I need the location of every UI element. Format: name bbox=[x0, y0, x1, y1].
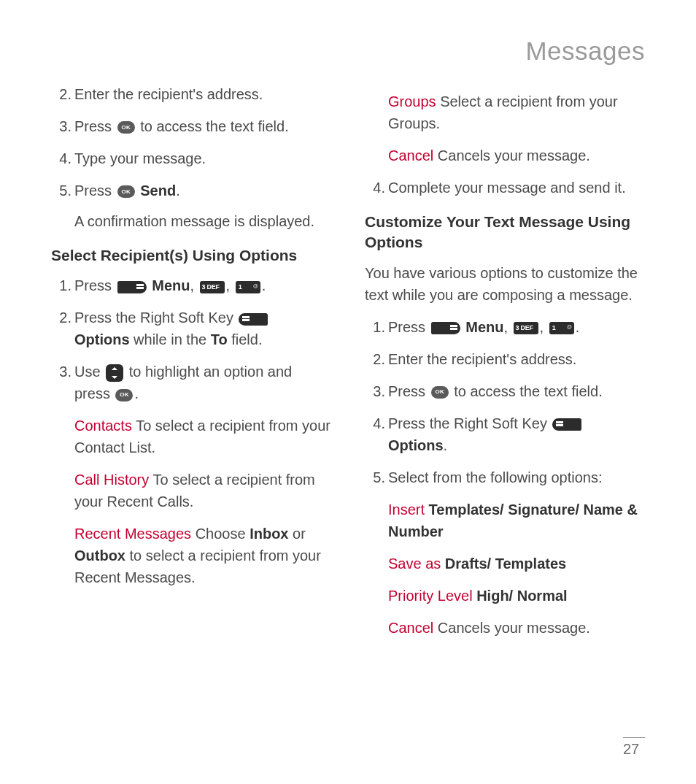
step-text: , bbox=[540, 319, 548, 335]
right-softkey-icon bbox=[552, 418, 581, 431]
intro-text: You have various options to customize th… bbox=[365, 262, 645, 306]
step-text: . bbox=[134, 385, 139, 401]
option-desc: Cancels your message. bbox=[433, 147, 590, 164]
option-item: Cancel Cancels your message. bbox=[388, 617, 645, 639]
option-name: Recent Messages bbox=[74, 526, 191, 542]
steps-select: Press Menu, , . Press the Right Soft Key… bbox=[51, 274, 331, 404]
ok-key-icon bbox=[117, 121, 135, 134]
step-text-bold: Options bbox=[388, 437, 444, 453]
option-bold: Inbox bbox=[250, 526, 288, 542]
right-softkey-icon bbox=[239, 313, 268, 326]
options-list-cont: Groups Select a recipient from your Grou… bbox=[388, 91, 645, 166]
column-right: Groups Select a recipient from your Grou… bbox=[365, 83, 645, 649]
step-text-bold: Options bbox=[74, 331, 130, 347]
step-text: while in the bbox=[130, 331, 211, 347]
step-text: Press bbox=[74, 118, 116, 134]
option-name: Cancel bbox=[388, 620, 433, 636]
manual-page: Messages Enter the recipient's address. … bbox=[0, 0, 696, 784]
step: Press to access the text field. bbox=[388, 380, 645, 402]
page-number: 27 bbox=[623, 737, 645, 758]
step-text: Press bbox=[74, 277, 116, 293]
option-item: Priority Level High/ Normal bbox=[388, 585, 645, 607]
step: Complete your message and send it. bbox=[388, 177, 645, 199]
step-text: Enter the recipient's address. bbox=[388, 351, 576, 367]
section-heading: Select Recipient(s) Using Options bbox=[51, 245, 331, 266]
ok-key-icon bbox=[115, 389, 133, 401]
step-text: Press the Right Soft Key bbox=[74, 310, 237, 326]
step-text: Use bbox=[74, 364, 104, 380]
menu-key-icon bbox=[117, 281, 147, 293]
step: Type your message. bbox=[74, 147, 331, 169]
step-text: . bbox=[444, 437, 448, 453]
step-text: Complete your message and send it. bbox=[388, 180, 626, 196]
step: Press Send. A confirmation message is di… bbox=[74, 180, 331, 232]
nav-key-icon bbox=[106, 364, 123, 382]
page-title: Messages bbox=[51, 36, 645, 66]
step-text: Press bbox=[388, 383, 430, 399]
step-text-bold: Send bbox=[136, 182, 176, 199]
option-bold: Templates/ Signature/ Name & Number bbox=[388, 501, 638, 539]
option-item: Insert Templates/ Signature/ Name & Numb… bbox=[388, 499, 645, 542]
option-name: Groups bbox=[388, 93, 436, 109]
option-bold: Outbox bbox=[74, 547, 125, 564]
options-list: Insert Templates/ Signature/ Name & Numb… bbox=[388, 499, 645, 639]
step-text: Select from the following options: bbox=[388, 469, 603, 485]
option-item: Cancel Cancels your message. bbox=[388, 145, 645, 166]
options-list: Contacts To select a recipient from your… bbox=[74, 415, 331, 588]
step: Select from the following options: bbox=[388, 466, 645, 488]
step-text: , bbox=[503, 319, 511, 335]
step: Use to highlight an option and press . bbox=[74, 361, 331, 404]
steps-continue: Complete your message and send it. bbox=[365, 177, 645, 199]
option-item: Save as Drafts/ Templates bbox=[388, 553, 645, 574]
section-heading: Customize Your Text Message Using Option… bbox=[365, 212, 645, 253]
steps-customize: Press Menu, , . Enter the recipient's ad… bbox=[365, 316, 645, 488]
steps-top: Enter the recipient's address. Press to … bbox=[51, 83, 331, 232]
option-desc: Cancels your message. bbox=[433, 620, 590, 636]
columns: Enter the recipient's address. Press to … bbox=[51, 83, 645, 649]
step-text-bold: Menu bbox=[148, 277, 190, 293]
option-desc: Choose bbox=[191, 526, 250, 542]
step-text: , bbox=[226, 277, 234, 293]
step: Enter the recipient's address. bbox=[74, 83, 331, 105]
step: Press the Right Soft Key Options. bbox=[388, 412, 645, 456]
option-item: Call History To select a recipient from … bbox=[74, 469, 331, 512]
step-text: Press bbox=[74, 182, 116, 199]
key-3def-icon bbox=[514, 322, 538, 334]
step-text: Enter the recipient's address. bbox=[74, 86, 263, 102]
step: Press to access the text field. bbox=[74, 115, 331, 137]
key-1-icon bbox=[549, 322, 574, 334]
step-text: field. bbox=[228, 331, 263, 347]
step-text-bold: Menu bbox=[462, 319, 504, 335]
option-item: Groups Select a recipient from your Grou… bbox=[388, 91, 645, 134]
option-item: Recent Messages Choose Inbox or Outbox t… bbox=[74, 523, 331, 588]
ok-key-icon bbox=[431, 386, 449, 399]
option-item: Contacts To select a recipient from your… bbox=[74, 415, 331, 458]
step-text: Press bbox=[388, 319, 430, 335]
option-bold: Drafts/ Templates bbox=[441, 556, 566, 572]
step-text-bold: To bbox=[211, 331, 228, 347]
ok-key-icon bbox=[117, 185, 135, 198]
step-text: Type your message. bbox=[74, 150, 206, 166]
step-text: Press the Right Soft Key bbox=[388, 415, 551, 431]
step-text: . bbox=[262, 277, 266, 293]
step: Press the Right Soft Key Options while i… bbox=[74, 307, 331, 350]
option-desc: or bbox=[288, 526, 305, 542]
option-name: Insert bbox=[388, 501, 425, 518]
key-3def-icon bbox=[200, 281, 225, 293]
menu-key-icon bbox=[431, 322, 460, 334]
step: Press Menu, , . bbox=[388, 316, 645, 338]
option-name: Call History bbox=[74, 472, 149, 488]
step-text: , bbox=[190, 277, 198, 293]
option-name: Priority Level bbox=[388, 588, 473, 604]
option-bold: High/ Normal bbox=[473, 588, 568, 604]
step-note: A confirmation message is displayed. bbox=[74, 210, 331, 232]
key-1-icon bbox=[236, 281, 260, 293]
option-name: Save as bbox=[388, 556, 441, 572]
step: Press Menu, , . bbox=[74, 274, 331, 296]
column-left: Enter the recipient's address. Press to … bbox=[51, 83, 331, 649]
option-name: Cancel bbox=[388, 147, 433, 164]
step: Enter the recipient's address. bbox=[388, 348, 645, 370]
step-text: to access the text field. bbox=[136, 118, 289, 134]
step-text: . bbox=[576, 319, 580, 335]
option-name: Contacts bbox=[74, 418, 132, 434]
